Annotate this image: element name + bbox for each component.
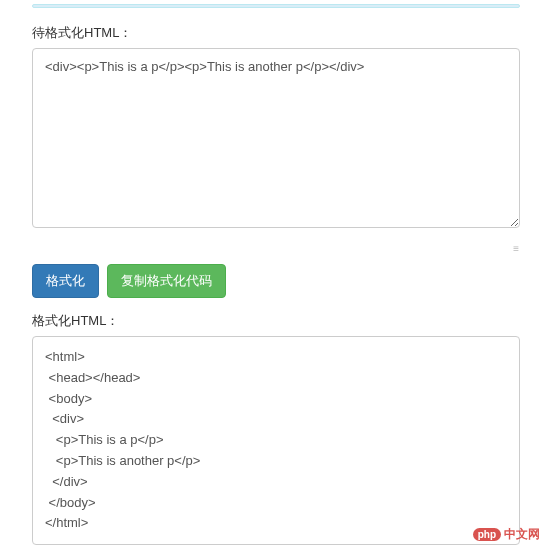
watermark-text: 中文网 <box>504 526 540 543</box>
copy-formatted-button[interactable]: 复制格式化代码 <box>107 264 226 298</box>
format-button[interactable]: 格式化 <box>32 264 99 298</box>
output-label: 格式化HTML： <box>32 312 520 330</box>
html-output-box[interactable]: <html> <head></head> <body> <div> <p>Thi… <box>32 336 520 545</box>
output-section: 格式化HTML： <html> <head></head> <body> <di… <box>20 312 532 545</box>
watermark: php 中文网 <box>473 526 540 543</box>
input-label: 待格式化HTML： <box>32 24 520 42</box>
resize-indicator: ≡ <box>20 243 532 254</box>
html-input-textarea[interactable] <box>32 48 520 228</box>
info-banner <box>32 4 520 8</box>
watermark-badge: php <box>473 528 501 541</box>
button-row: 格式化 复制格式化代码 <box>20 264 532 298</box>
input-section: 待格式化HTML： <box>20 24 532 231</box>
